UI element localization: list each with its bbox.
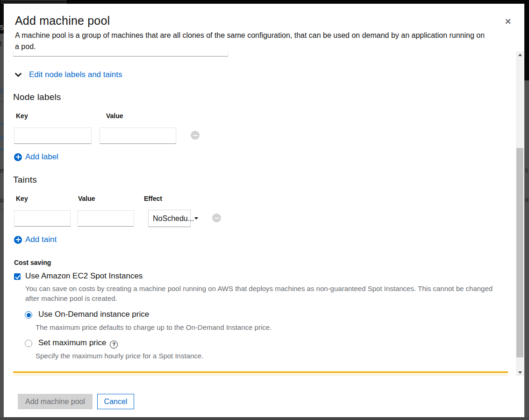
remove-taint-icon[interactable] <box>212 214 221 222</box>
backdrop-text-fragment: s <box>525 167 528 173</box>
cancel-button[interactable]: Cancel <box>97 394 134 409</box>
warning-alert <box>13 371 508 376</box>
backdrop-text-fragment: ul <box>0 197 4 203</box>
taints-value-label: Value <box>78 195 95 202</box>
edit-node-labels-taints-link[interactable]: Edit node labels and taints <box>29 70 122 79</box>
backdrop-right-strip: s o <box>524 0 529 420</box>
set-max-price-radio[interactable] <box>25 340 32 347</box>
plus-circle-icon <box>14 153 22 161</box>
add-taint-text: Add taint <box>25 235 57 244</box>
backdrop-divider <box>0 101 4 102</box>
set-max-price-help-text: Specify the maximum hourly price for a S… <box>36 351 456 361</box>
add-taint-button[interactable]: Add taint <box>14 235 57 244</box>
taint-key-input[interactable] <box>14 210 71 227</box>
backdrop-text-fragment: 5 <box>0 24 4 31</box>
modal-description: A machine pool is a group of machines th… <box>15 30 490 52</box>
backdrop-masthead-element <box>1 0 66 4</box>
backdrop-text-fragment: n <box>0 135 4 141</box>
arrow-up-icon <box>518 54 522 56</box>
modal-scroll-area: Edit node labels and taints Node labels … <box>4 51 524 376</box>
backdrop-text-fragment: y <box>0 87 3 93</box>
node-labels-value-label: Value <box>106 112 123 120</box>
taint-effect-value: NoSchedu... <box>153 214 194 223</box>
taints-heading: Taints <box>13 175 37 185</box>
partial-input-field[interactable] <box>13 51 228 57</box>
backdrop-right-dark <box>524 0 529 80</box>
backdrop-divider <box>0 149 4 150</box>
modal-title: Add machine pool <box>15 14 110 28</box>
node-label-key-input[interactable] <box>14 128 92 144</box>
taints-effect-label: Effect <box>144 195 162 202</box>
backdrop-divider <box>0 123 4 124</box>
backdrop-text-fragment: t <box>0 40 2 47</box>
add-label-text: Add label <box>25 152 58 162</box>
scrollbar-down-button[interactable] <box>516 369 524 376</box>
add-label-button[interactable]: Add label <box>14 152 58 162</box>
plus-circle-icon <box>14 236 22 244</box>
spot-instances-help-text: You can save on costs by creating a mach… <box>25 284 500 303</box>
scrollbar-thumb[interactable] <box>516 148 523 357</box>
edit-node-labels-taints-toggle[interactable]: Edit node labels and taints <box>15 70 122 79</box>
backdrop-top-bar <box>0 0 529 4</box>
remove-node-label-icon[interactable] <box>191 131 200 140</box>
arrow-down-icon <box>518 371 522 374</box>
node-label-value-input[interactable] <box>100 128 176 144</box>
backdrop-text-fragment: o <box>525 196 529 203</box>
on-demand-price-help-text: The maximum price defaults to charge up … <box>36 322 456 332</box>
cost-saving-label: Cost saving <box>14 259 51 266</box>
set-max-price-text: Set maximum price <box>38 338 106 347</box>
set-max-price-radio-label[interactable]: Set maximum price? <box>38 338 118 349</box>
help-question-icon[interactable]: ? <box>110 341 118 349</box>
on-demand-price-radio-label[interactable]: Use On-Demand instance price <box>38 310 149 319</box>
spot-instances-checkbox-label[interactable]: Use Amazon EC2 Spot Instances <box>25 271 143 281</box>
screen: 5 t y n m ul s o Add machine pool ✕ A ma… <box>0 0 529 420</box>
add-machine-pool-modal: Add machine pool ✕ A machine pool is a g… <box>4 4 524 417</box>
on-demand-price-radio[interactable] <box>25 311 32 319</box>
close-icon[interactable]: ✕ <box>503 17 513 27</box>
node-labels-heading: Node labels <box>13 92 61 102</box>
scrollbar-up-button[interactable] <box>516 51 524 59</box>
spot-instances-checkbox[interactable] <box>14 273 21 280</box>
chevron-down-icon <box>15 73 21 77</box>
add-machine-pool-button[interactable]: Add machine pool <box>18 394 93 409</box>
taint-effect-select[interactable]: NoSchedu... <box>148 210 191 227</box>
backdrop-text-fragment: m <box>0 167 4 174</box>
caret-down-icon <box>194 217 198 220</box>
backdrop-divider <box>0 209 4 210</box>
taints-key-label: Key <box>16 195 28 202</box>
taint-value-input[interactable] <box>78 210 134 227</box>
node-labels-key-label: Key <box>16 112 28 120</box>
vertical-scrollbar[interactable] <box>516 51 524 376</box>
backdrop-left-strip: 5 t y n m ul <box>0 4 4 417</box>
backdrop-bottom-strip <box>0 417 529 420</box>
